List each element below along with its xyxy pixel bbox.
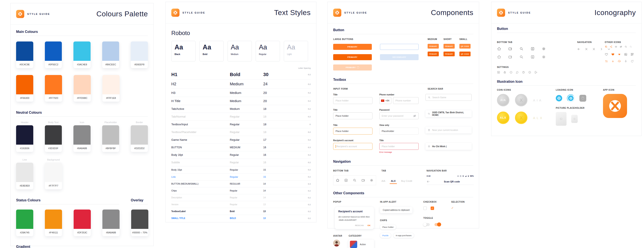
style-size: 18 [263,130,291,134]
ok-button[interactable]: OK [368,224,370,226]
selection-check-icon[interactable]: ✓ [451,206,477,209]
mini-button[interactable]: PRIMARY [428,44,439,49]
primary-button[interactable]: PRIMARY [333,44,372,50]
swatch-hex-label: #8A8A8B [102,229,120,236]
swatch-name: Body Text [45,121,62,124]
colour-swatch: #F49111 [45,209,62,236]
text-style-row: Chips Regular 14 0.2 [171,187,310,194]
text-style-row: Textbox/Label Bold 13 0.2 [171,208,310,215]
text-style-row: Body 15pt Regular 15 0.2 [171,166,310,173]
mini-button-pressed[interactable]: PRIMARY [444,52,455,56]
status-icons: 59% [457,175,474,177]
checkbox-unchecked[interactable] [423,206,427,210]
colour-swatch: #28A745 [16,209,33,236]
text-input[interactable]: Recipient's account [333,143,372,150]
other-icon [620,45,622,48]
swatch-color [102,209,120,229]
style-size: 13 [263,217,291,219]
style-weight: Regular [230,161,264,164]
secondary-button[interactable]: SECONDARY [380,44,418,50]
bottom-tab-icon[interactable] [361,178,365,182]
colour-swatch: #B6CEEC [102,42,119,68]
size-col-label: MEDIUM [428,38,439,40]
primary-button-pressed[interactable]: PRIMARY [333,54,372,60]
tab-item[interactable]: ALX [391,180,396,184]
field-label: Title [379,139,418,142]
text-input[interactable]: Place holder [333,128,372,135]
error-input[interactable]: Place holder [379,143,418,150]
text-style-row: H3 Medium 20 0.2 [171,89,310,97]
swatch-hex-label: #00000 – 70% [131,229,148,236]
style-letter-spacing: 0.3 [291,183,310,185]
category-card[interactable]: Action [348,240,374,248]
chip-selected[interactable]: Puzzle [380,233,391,238]
tab-item[interactable]: AIA [382,180,385,184]
popup-title: Recipient's account [338,210,370,213]
style-name: BUTTON (MEDIUM/SMALL) [171,183,230,185]
eye-off-icon[interactable] [413,114,416,118]
category-thumbnail [350,241,357,248]
style-weight: Regular [230,115,264,118]
text-style-row: Link Regular 15 0.2 [171,173,310,180]
main-colours-row-2: #F66300 #FF7920 #FFD6BC #FFF1E8 [16,75,148,102]
bottom-tab-icon[interactable] [370,178,374,182]
text-input[interactable]: Place holder [333,97,372,104]
phone-input[interactable]: Phone number [393,97,418,104]
mini-button-pressed[interactable]: PRIMARY [428,52,439,56]
secondary-button-pressed[interactable]: SECONDARY [380,54,418,60]
style-name: H Title [171,99,230,103]
mini-button-pressed[interactable]: QR CODE [460,52,470,56]
search-or-pin-icon [428,96,430,99]
tab-item[interactable]: Buy Credit [401,180,412,184]
checkbox-checked[interactable]: ✓ [430,206,434,210]
colour-swatch: #FFD6BC [74,75,91,102]
back-arrow-icon[interactable] [426,180,430,183]
avatar[interactable] [333,240,340,246]
search-input[interactable]: Near your current location [426,127,472,133]
password-input[interactable]: Enter your password [379,112,418,119]
swatch-name: Background [45,158,62,161]
form-field: Title Place holder [333,109,372,119]
country-code-select[interactable]: ★ +84 [379,97,391,104]
section-gradient: Gradient [16,245,148,248]
colour-swatch: #E6EEF8 [131,42,148,68]
mini-button[interactable]: QR CODE [460,44,470,49]
picture-placeholder-row [556,112,578,126]
toggle-off[interactable] [423,223,430,226]
style-name: Chips [171,189,230,192]
search-input[interactable]: 193D CMT8, Tan Binh District, HCMC [426,110,472,117]
chip[interactable]: Place holder [380,224,396,229]
viewonly-field: View only Placeholder [379,124,418,135]
swatch-color [16,125,33,145]
popup-body: alx-customer-6aa12c1a-3d3d-4bec-98d8-cb1… [338,215,370,221]
primary-button-loading[interactable]: PRIMARY [333,65,372,71]
settings-icon [510,71,512,74]
country-code: +84 [385,99,390,102]
popup-dialog: Recipient's account alx-customer-6aa12c1… [335,207,374,229]
style-letter-spacing: 0.2 [291,197,310,199]
page-title: Text Styles [274,8,310,17]
tab-label: TAB [382,170,424,172]
search-input[interactable]: Ho Chi Minh | [426,143,472,150]
rescan-button[interactable]: RESCAN [355,224,364,226]
text-style-row: BUTTON (MEDIUM/SMALL) REGULAR 14 0.3 [171,180,310,187]
weight-sample: Aa [174,44,192,51]
bottom-tab-icon[interactable] [344,178,348,182]
style-size: 14 [263,183,291,185]
chip[interactable]: In-app purchases [394,233,414,238]
swatch-color [131,209,148,229]
style-weight: Medium [230,91,264,95]
bottom-tab-icon[interactable] [336,178,340,182]
form-field: Recipient's account Recipient's account [333,139,372,150]
toggle-on[interactable] [434,223,441,226]
section-heading: Button [333,28,473,32]
mini-button[interactable]: PRIMARY [444,44,455,49]
checkbox-label: CHECKBOX [423,201,446,203]
bottom-tab-icon[interactable] [353,178,356,182]
search-input[interactable]: Search Game [426,94,472,101]
navigation-bar-label: NAVIGATION BAR [426,170,474,172]
input-placeholder: Place holder [382,145,395,148]
style-guide-page: STYLE GUIDE Colours Palette Main Colours… [0,0,644,248]
style-name: H3 [171,91,230,95]
text-input[interactable]: Place holder [333,112,372,119]
